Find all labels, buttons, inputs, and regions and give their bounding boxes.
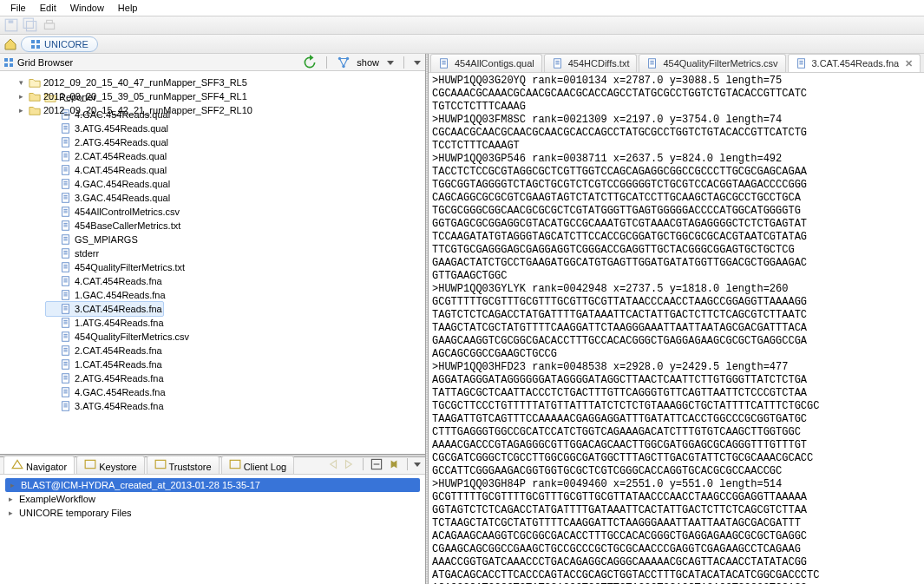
view-menu-icon[interactable] bbox=[413, 55, 422, 70]
svg-rect-3 bbox=[27, 22, 36, 31]
grid-browser-header: Grid Browser show bbox=[0, 54, 425, 71]
svg-rect-5 bbox=[47, 20, 53, 23]
svg-rect-107 bbox=[230, 460, 240, 468]
show-dropdown-icon[interactable] bbox=[386, 55, 395, 70]
editor-tab[interactable]: 454QualityFilterMetrics.csv bbox=[639, 54, 785, 72]
editor-content: >HUWP1QQ03G20YQ rank=0010134 x=2787.0 y=… bbox=[429, 73, 924, 584]
home-icon[interactable] bbox=[3, 37, 17, 51]
file-icon bbox=[646, 57, 659, 69]
tab-icon bbox=[11, 458, 23, 470]
main-split: Grid Browser show ▾2012_09_20_15_40_47_r… bbox=[0, 54, 924, 584]
navigator-body[interactable]: ▸BLAST@ICM-HYDRA_created_at_2013-01-28 1… bbox=[0, 475, 425, 584]
editor-tab[interactable]: 454AllContigs.qual bbox=[430, 54, 542, 72]
link-with-editor-icon[interactable] bbox=[386, 456, 402, 472]
svg-rect-11 bbox=[10, 58, 13, 62]
svg-rect-4 bbox=[44, 23, 54, 30]
svg-rect-7 bbox=[36, 40, 40, 43]
navigator-item[interactable]: ▸ExampleWorkflow bbox=[5, 492, 420, 506]
navigator-item[interactable]: ▸BLAST@ICM-HYDRA_created_at_2013-01-28 1… bbox=[5, 478, 420, 492]
menu-window[interactable]: Window bbox=[63, 3, 111, 13]
breadcrumb-bar: UNICORE bbox=[0, 35, 924, 54]
file-icon bbox=[552, 57, 564, 69]
menu-file[interactable]: File bbox=[3, 3, 33, 13]
svg-rect-9 bbox=[36, 45, 40, 49]
nav-back-icon[interactable] bbox=[324, 456, 340, 472]
svg-rect-12 bbox=[4, 63, 8, 67]
save-all-icon[interactable] bbox=[23, 17, 38, 33]
svg-rect-10 bbox=[4, 58, 8, 62]
svg-rect-110 bbox=[441, 59, 448, 69]
navigator-pane: Navigator Keystore Truststore Client Log bbox=[0, 457, 425, 584]
grid-browser-label: Grid Browser bbox=[3, 57, 78, 68]
menu-edit[interactable]: Edit bbox=[33, 3, 63, 13]
close-icon[interactable]: ✕ bbox=[903, 58, 913, 69]
breadcrumb-pill-unicore[interactable]: UNICORE bbox=[21, 36, 98, 52]
navigator-tab[interactable]: Truststore bbox=[147, 456, 220, 474]
navigator-tab[interactable]: Client Log bbox=[221, 456, 295, 474]
tab-icon bbox=[84, 458, 96, 470]
left-pane: Grid Browser show ▾2012_09_20_15_40_47_r… bbox=[0, 54, 425, 584]
tab-icon bbox=[154, 458, 167, 470]
svg-rect-105 bbox=[85, 460, 95, 468]
svg-rect-2 bbox=[23, 18, 33, 28]
file-icon bbox=[796, 57, 808, 69]
grid-browser-tree[interactable]: ▾2012_09_20_15_40_47_runMapper_SFF3_RL5▾… bbox=[0, 71, 425, 454]
tree-folder[interactable]: ▾2012_09_20_15_40_47_runMapper_SFF3_RL5 bbox=[14, 75, 249, 89]
editor-tabs: 454AllContigs.qual454HCDiffs.txt454Quali… bbox=[429, 54, 924, 73]
svg-rect-1 bbox=[9, 20, 14, 23]
navigator-item[interactable]: ▸UNICORE temporary Files bbox=[5, 506, 420, 520]
editor-tab[interactable]: 3.CAT.454Reads.fna✕ bbox=[788, 54, 921, 72]
svg-rect-114 bbox=[554, 59, 560, 69]
show-label[interactable]: show bbox=[357, 57, 381, 68]
navigator-tabs: Navigator Keystore Truststore Client Log bbox=[0, 457, 425, 475]
refresh-icon[interactable] bbox=[302, 55, 318, 70]
save-icon[interactable] bbox=[3, 17, 19, 33]
editor-pane: 454AllContigs.qual454HCDiffs.txt454Quali… bbox=[429, 54, 924, 584]
menu-bar: File Edit Window Help bbox=[0, 0, 924, 16]
svg-rect-106 bbox=[155, 460, 166, 468]
tree-folder[interactable]: ▸2012_09_20_15_42_21_runMapper_SFF2_RL10 bbox=[14, 103, 254, 117]
tree-file[interactable]: 3.ATG.454Reads.fna bbox=[45, 399, 166, 413]
editor-scroll[interactable]: >HUWP1QQ03G20YQ rank=0010134 x=2787.0 y=… bbox=[429, 73, 924, 584]
editor-tab[interactable]: 454HCDiffs.txt bbox=[544, 54, 638, 72]
svg-rect-13 bbox=[10, 63, 13, 67]
svg-rect-101 bbox=[62, 402, 69, 411]
navigator-view-menu-icon[interactable] bbox=[413, 456, 422, 472]
collapse-all-icon[interactable] bbox=[369, 456, 384, 472]
main-toolbar bbox=[0, 16, 924, 35]
breadcrumb-label: UNICORE bbox=[44, 39, 88, 49]
tree-folder[interactable]: ▸2012_09_20_15_39_05_runMapper_SFF4_RL1 bbox=[14, 89, 249, 103]
tab-icon bbox=[229, 458, 241, 470]
svg-rect-118 bbox=[649, 59, 656, 69]
svg-rect-122 bbox=[797, 59, 804, 69]
menu-help[interactable]: Help bbox=[111, 3, 145, 13]
svg-rect-8 bbox=[31, 45, 35, 49]
file-icon bbox=[438, 57, 450, 69]
svg-rect-6 bbox=[31, 40, 35, 43]
show-group-icon[interactable] bbox=[336, 55, 351, 70]
nav-forward-icon[interactable] bbox=[342, 456, 357, 472]
navigator-tab[interactable]: Navigator bbox=[3, 456, 75, 474]
navigator-tab[interactable]: Keystore bbox=[76, 456, 144, 474]
print-icon[interactable] bbox=[42, 17, 57, 33]
